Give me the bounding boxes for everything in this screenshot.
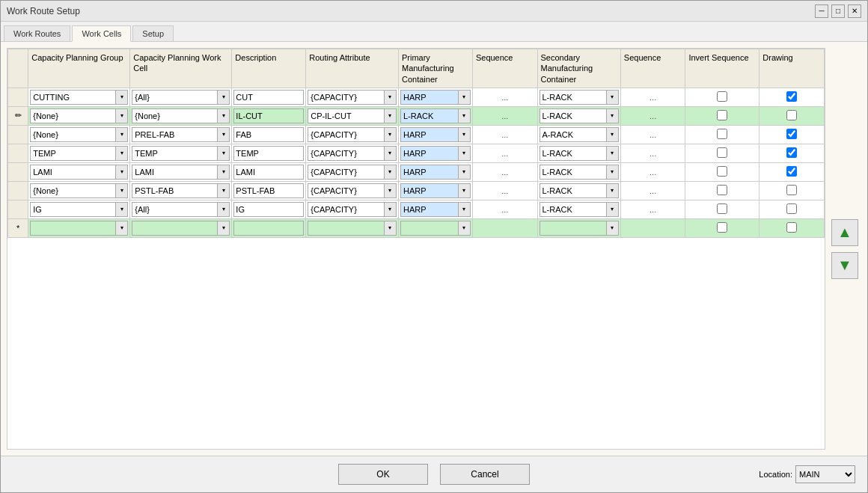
- tab-work-routes[interactable]: Work Routes: [4, 25, 70, 41]
- seq2-cell[interactable]: ...: [620, 144, 685, 162]
- invert-checkbox[interactable]: [717, 185, 727, 195]
- ra-dropdown[interactable]: ▾: [385, 108, 397, 123]
- tab-setup[interactable]: Setup: [132, 25, 174, 41]
- desc-input[interactable]: [233, 127, 304, 142]
- table-row: CUTTING▾{All}▾{CAPACITY}▾HARP▾...L-RACK▾…: [8, 88, 825, 106]
- pmc-dropdown[interactable]: ▾: [459, 90, 471, 105]
- seq2-cell[interactable]: ...: [620, 106, 685, 125]
- seq1-cell[interactable]: ...: [472, 106, 537, 125]
- pmc-cell: HARP▾: [398, 88, 472, 106]
- ra-dropdown-new[interactable]: ▾: [385, 221, 397, 236]
- drawing-checkbox[interactable]: [786, 147, 797, 158]
- seq2-cell[interactable]: ...: [620, 162, 685, 181]
- pmc-dropdown[interactable]: ▾: [459, 146, 471, 161]
- ra-dropdown[interactable]: ▾: [385, 202, 397, 217]
- desc-input[interactable]: [233, 165, 304, 180]
- smc-dropdown[interactable]: ▾: [607, 127, 619, 142]
- pmc-dropdown-new[interactable]: ▾: [459, 221, 471, 236]
- tab-work-cells[interactable]: Work Cells: [72, 25, 131, 42]
- drawing-checkbox[interactable]: [786, 110, 797, 120]
- seq2-cell[interactable]: [620, 218, 685, 237]
- cpg-dropdown-new[interactable]: ▾: [116, 221, 128, 236]
- ra-dropdown[interactable]: ▾: [385, 183, 397, 198]
- seq2-cell[interactable]: ...: [620, 125, 685, 144]
- smc-dropdown[interactable]: ▾: [607, 165, 619, 180]
- cpg-dropdown[interactable]: ▾: [116, 90, 128, 105]
- ra-dropdown[interactable]: ▾: [385, 90, 397, 105]
- seq1-cell[interactable]: ...: [472, 88, 537, 106]
- cpwc-dropdown-new[interactable]: ▾: [218, 221, 230, 236]
- location-select[interactable]: MAIN: [795, 465, 855, 483]
- row-indicator-cell: [8, 200, 28, 218]
- cpwc-dropdown[interactable]: ▾: [218, 90, 230, 105]
- close-button[interactable]: ✕: [848, 4, 861, 18]
- seq1-cell[interactable]: ...: [472, 200, 537, 218]
- pmc-dropdown[interactable]: ▾: [459, 165, 471, 180]
- drawing-checkbox[interactable]: [786, 203, 797, 214]
- cpg-dropdown[interactable]: ▾: [116, 146, 128, 161]
- smc-dropdown[interactable]: ▾: [607, 183, 619, 198]
- drawing-checkbox[interactable]: [786, 166, 797, 177]
- seq1-cell[interactable]: ...: [472, 162, 537, 181]
- desc-input[interactable]: [233, 90, 304, 105]
- move-down-button[interactable]: ▼: [831, 252, 858, 279]
- invert-checkbox[interactable]: [717, 147, 727, 158]
- cpg-dropdown[interactable]: ▾: [116, 108, 128, 123]
- cpwc-dropdown[interactable]: ▾: [218, 127, 230, 142]
- invert-checkbox[interactable]: [717, 222, 727, 233]
- move-up-button[interactable]: ▲: [831, 219, 858, 246]
- seq1-cell[interactable]: [472, 218, 537, 237]
- ra-value-new[interactable]: [308, 221, 385, 236]
- seq1-cell[interactable]: ...: [472, 125, 537, 144]
- desc-input[interactable]: [233, 146, 304, 161]
- drawing-checkbox[interactable]: [786, 129, 797, 139]
- cpwc-dropdown[interactable]: ▾: [218, 183, 230, 198]
- seq1-cell[interactable]: ...: [472, 181, 537, 200]
- invert-checkbox[interactable]: [717, 166, 727, 177]
- invert-checkbox[interactable]: [717, 91, 727, 102]
- pmc-dropdown[interactable]: ▾: [459, 108, 471, 123]
- smc-dropdown[interactable]: ▾: [607, 108, 619, 123]
- cpg-dropdown[interactable]: ▾: [116, 183, 128, 198]
- cpg-dropdown[interactable]: ▾: [116, 165, 128, 180]
- drawing-checkbox[interactable]: [786, 91, 797, 102]
- ra-dropdown[interactable]: ▾: [385, 165, 397, 180]
- invert-checkbox[interactable]: [717, 110, 727, 120]
- cpg-value-new[interactable]: [30, 221, 116, 236]
- smc-dropdown[interactable]: ▾: [607, 202, 619, 217]
- smc-dropdown-new[interactable]: ▾: [607, 221, 619, 236]
- seq2-cell[interactable]: ...: [620, 88, 685, 106]
- cpg-dropdown[interactable]: ▾: [116, 202, 128, 217]
- cpwc-dropdown[interactable]: ▾: [218, 146, 230, 161]
- smc-value-new[interactable]: [540, 221, 607, 236]
- pmc-dropdown[interactable]: ▾: [459, 183, 471, 198]
- minimize-button[interactable]: ─: [815, 4, 828, 18]
- seq2-cell[interactable]: ...: [620, 200, 685, 218]
- invert-checkbox[interactable]: [717, 129, 727, 139]
- desc-input[interactable]: [233, 108, 304, 123]
- cpwc-dropdown[interactable]: ▾: [218, 165, 230, 180]
- cpwc-dropdown[interactable]: ▾: [218, 202, 230, 217]
- smc-dropdown[interactable]: ▾: [607, 90, 619, 105]
- invert-checkbox[interactable]: [717, 203, 727, 214]
- invert-cell: [685, 218, 760, 237]
- desc-input[interactable]: [233, 183, 304, 198]
- ra-dropdown[interactable]: ▾: [385, 146, 397, 161]
- cpg-dropdown[interactable]: ▾: [116, 127, 128, 142]
- desc-input[interactable]: [233, 202, 304, 217]
- pmc-dropdown[interactable]: ▾: [459, 127, 471, 142]
- ok-button[interactable]: OK: [338, 464, 428, 485]
- seq2-cell[interactable]: ...: [620, 181, 685, 200]
- seq1-cell[interactable]: ...: [472, 144, 537, 162]
- maximize-button[interactable]: □: [831, 4, 845, 18]
- drawing-checkbox[interactable]: [786, 185, 797, 195]
- desc-input-new[interactable]: [233, 221, 304, 236]
- cpwc-dropdown[interactable]: ▾: [218, 108, 230, 123]
- ra-dropdown[interactable]: ▾: [385, 127, 397, 142]
- drawing-checkbox[interactable]: [786, 222, 797, 233]
- cpwc-value-new[interactable]: [132, 221, 218, 236]
- smc-dropdown[interactable]: ▾: [607, 146, 619, 161]
- pmc-dropdown[interactable]: ▾: [459, 202, 471, 217]
- cancel-button[interactable]: Cancel: [440, 464, 530, 485]
- pmc-value-new[interactable]: [400, 221, 459, 236]
